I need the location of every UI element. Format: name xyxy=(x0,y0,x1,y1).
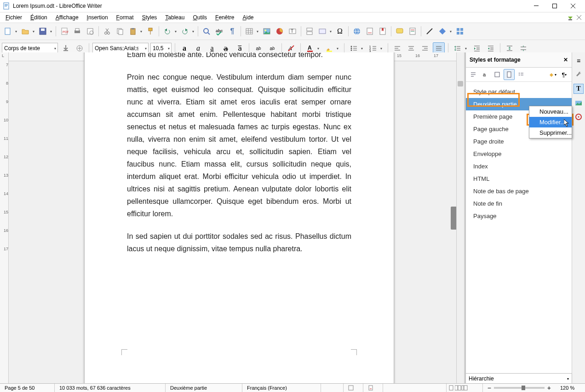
insert-comment-button[interactable] xyxy=(394,25,406,37)
context-menu-delete[interactable]: Supprimer... xyxy=(529,127,572,138)
document-page[interactable]: Etiam eu molestie ante. Donec vehicula c… xyxy=(84,52,394,384)
svg-rect-64 xyxy=(460,32,463,35)
svg-rect-137 xyxy=(464,386,467,390)
clone-format-button[interactable] xyxy=(144,25,156,37)
status-signature[interactable] xyxy=(363,384,383,392)
insert-textbox-button[interactable]: T xyxy=(287,25,298,37)
document-area[interactable]: 211234567891011121314151617 Etiam eu mol… xyxy=(9,52,456,384)
svg-rect-36 xyxy=(246,29,252,34)
style-item[interactable]: HTML xyxy=(466,173,572,185)
menu-affichage[interactable]: Affichage xyxy=(52,13,82,22)
new-button[interactable]: ▾ xyxy=(2,25,14,37)
page-styles-tab[interactable] xyxy=(504,69,515,80)
status-selection-mode[interactable] xyxy=(344,384,363,392)
status-view-buttons[interactable] xyxy=(447,384,483,392)
svg-rect-3 xyxy=(5,6,7,6)
menu-styles[interactable]: Styles xyxy=(138,13,161,22)
save-button[interactable]: ▾ xyxy=(37,25,49,37)
draw-shape-button[interactable]: ▾ xyxy=(436,25,448,37)
svg-point-33 xyxy=(204,29,208,33)
update-icon[interactable] xyxy=(567,14,574,21)
insert-chart-button[interactable] xyxy=(274,25,286,37)
svg-marker-32 xyxy=(185,29,188,31)
draw-functions-button[interactable] xyxy=(454,25,466,37)
style-filter-combo[interactable]: Hiérarchie▾ xyxy=(465,373,572,384)
svg-rect-73 xyxy=(327,51,332,52)
menu-aide[interactable]: Aide xyxy=(239,13,257,22)
menu-fichier[interactable]: Fichier xyxy=(2,13,26,22)
spellcheck-button[interactable]: abc xyxy=(213,25,225,37)
menu-fenetre[interactable]: Fenêtre xyxy=(212,13,238,22)
menu-insertion[interactable]: Insertion xyxy=(83,13,112,22)
context-menu-new[interactable]: Nouveau... xyxy=(529,106,572,117)
menu-edition[interactable]: Édition xyxy=(27,13,51,22)
find-replace-button[interactable] xyxy=(201,25,212,37)
zoom-slider[interactable]: − + xyxy=(483,384,556,392)
redo-button[interactable]: ▾ xyxy=(179,25,191,37)
style-item[interactable]: Note de bas de page xyxy=(466,185,572,197)
undo-button[interactable]: ▾ xyxy=(161,25,173,37)
minimize-button[interactable] xyxy=(527,0,545,12)
svg-rect-61 xyxy=(457,28,459,31)
svg-point-21 xyxy=(105,32,107,35)
print-preview-button[interactable] xyxy=(84,25,96,37)
open-button[interactable]: ▾ xyxy=(19,25,31,37)
sidebar-tab-strip: ≡ T xyxy=(572,52,585,384)
style-filter-value: Hiérarchie xyxy=(469,375,494,382)
properties-panel-icon[interactable] xyxy=(574,70,583,79)
sidebar-menu-icon[interactable]: ≡ xyxy=(574,56,583,65)
cut-button[interactable] xyxy=(101,25,113,37)
menu-outils[interactable]: Outils xyxy=(189,13,211,22)
draw-line-button[interactable] xyxy=(424,25,436,37)
zoom-percent[interactable]: 120 % xyxy=(556,384,585,392)
export-pdf-button[interactable]: PDF xyxy=(58,25,70,37)
style-item[interactable]: Style par défaut xyxy=(466,86,572,98)
insert-image-button[interactable] xyxy=(261,25,273,37)
svg-text:a: a xyxy=(483,72,486,77)
close-document-icon[interactable] xyxy=(577,15,581,20)
copy-button[interactable] xyxy=(114,25,126,37)
insert-field-button[interactable]: ▾ xyxy=(316,25,328,37)
svg-rect-29 xyxy=(149,28,152,31)
character-styles-tab[interactable]: a xyxy=(480,69,491,80)
style-item[interactable]: Paysage xyxy=(466,210,572,222)
vertical-scrollbar[interactable] xyxy=(456,52,464,384)
svg-rect-136 xyxy=(462,386,464,390)
style-item[interactable]: Index xyxy=(466,160,572,173)
status-page[interactable]: Page 5 de 50 xyxy=(0,384,55,392)
list-styles-tab[interactable] xyxy=(516,69,527,80)
maximize-button[interactable] xyxy=(545,0,564,12)
track-changes-button[interactable] xyxy=(407,25,419,37)
menu-format[interactable]: Format xyxy=(113,13,138,22)
formatting-marks-button[interactable]: ¶ xyxy=(226,25,238,37)
styles-panel-icon[interactable]: T xyxy=(574,84,584,94)
svg-rect-55 xyxy=(396,29,403,33)
navigator-panel-icon[interactable] xyxy=(574,112,583,121)
status-insert-mode[interactable] xyxy=(321,384,344,392)
frame-styles-tab[interactable] xyxy=(492,69,503,80)
style-item[interactable]: Note de fin xyxy=(466,197,572,210)
gallery-panel-icon[interactable] xyxy=(574,98,583,108)
styles-sidebar: Styles et formatage ✕ a ▾ ¶▾ Style par d… xyxy=(465,52,572,384)
style-actions-button[interactable]: ¶▾ xyxy=(559,69,570,80)
paste-button[interactable]: ▾ xyxy=(127,25,139,37)
svg-rect-135 xyxy=(458,386,461,390)
status-language[interactable]: Français (France) xyxy=(242,384,321,392)
page-break-button[interactable] xyxy=(304,25,315,37)
insert-hyperlink-button[interactable] xyxy=(351,25,363,37)
fill-format-button[interactable]: ▾ xyxy=(547,69,558,80)
sidebar-collapse-handle[interactable] xyxy=(451,207,456,230)
status-words[interactable]: 10 033 mots, 67 636 caractères xyxy=(55,384,166,392)
close-window-button[interactable] xyxy=(564,0,582,12)
insert-bookmark-button[interactable] xyxy=(377,25,389,37)
paragraph-styles-tab[interactable] xyxy=(468,69,479,80)
svg-point-129 xyxy=(578,116,579,118)
insert-special-char-button[interactable]: Ω xyxy=(334,25,346,37)
print-button[interactable] xyxy=(71,25,83,37)
menu-tableau[interactable]: Tableau xyxy=(161,13,188,22)
insert-table-button[interactable]: ▾ xyxy=(243,25,255,37)
close-sidebar-button[interactable]: ✕ xyxy=(563,57,568,63)
status-page-style[interactable]: Deuxième partie xyxy=(166,384,242,392)
insert-footnote-button[interactable] xyxy=(364,25,376,37)
style-item[interactable]: Enveloppe xyxy=(466,148,572,160)
